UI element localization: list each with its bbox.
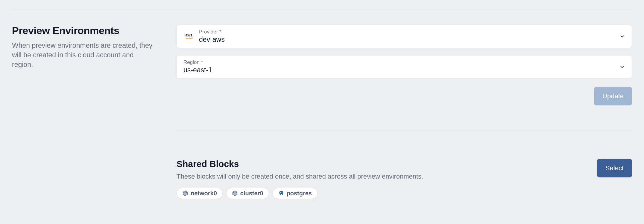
block-chip-postgres[interactable]: postgres	[273, 188, 318, 199]
shared-blocks-description: These blocks will only be created once, …	[177, 172, 597, 181]
chevron-down-icon	[619, 33, 625, 39]
region-value: us-east-1	[183, 66, 614, 75]
section-divider	[177, 131, 632, 131]
select-button[interactable]: Select	[597, 159, 632, 177]
preview-description: When preview environments are created, t…	[12, 41, 153, 70]
region-select[interactable]: Region * us-east-1	[177, 55, 632, 79]
update-button[interactable]: Update	[594, 87, 632, 105]
preview-environments-info: Preview Environments When preview enviro…	[12, 25, 153, 199]
svg-point-1	[282, 192, 282, 193]
provider-label: Provider *	[199, 29, 614, 35]
section-divider	[12, 10, 632, 10]
provider-select[interactable]: aws Provider * dev-aws	[177, 25, 632, 48]
cube-icon	[182, 190, 188, 196]
provider-value: dev-aws	[199, 35, 614, 44]
chevron-down-icon	[619, 64, 625, 70]
block-chip-label: network0	[191, 190, 217, 197]
cube-icon	[232, 190, 238, 196]
block-chip-network0[interactable]: network0	[177, 188, 223, 199]
shared-blocks-title: Shared Blocks	[177, 159, 597, 169]
block-chip-label: cluster0	[240, 190, 263, 197]
block-chip-cluster0[interactable]: cluster0	[226, 188, 269, 199]
block-chip-label: postgres	[287, 190, 312, 197]
preview-title: Preview Environments	[12, 25, 153, 36]
svg-point-0	[280, 192, 281, 193]
region-label: Region *	[183, 59, 614, 66]
aws-icon: aws	[183, 32, 194, 41]
postgres-icon	[278, 190, 284, 196]
shared-blocks-chips: network0 cluster0	[177, 188, 632, 199]
